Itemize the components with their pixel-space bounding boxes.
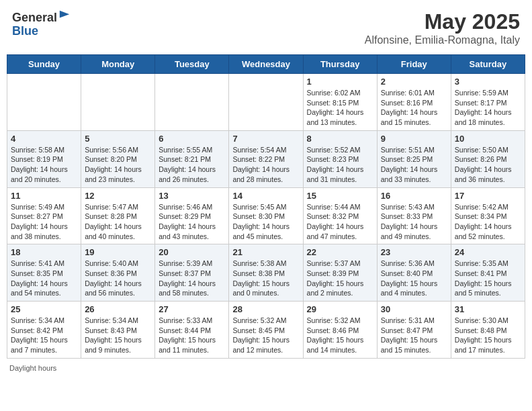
- day-number: 23: [381, 247, 447, 257]
- calendar-table: SundayMondayTuesdayWednesdayThursdayFrid…: [7, 54, 525, 359]
- day-info: Sunrise: 5:34 AMSunset: 8:43 PMDaylight:…: [85, 316, 151, 355]
- calendar-day-cell: [81, 74, 155, 131]
- calendar-day-cell: 1Sunrise: 6:02 AMSunset: 8:15 PMDaylight…: [303, 74, 377, 131]
- calendar-week-row: 4Sunrise: 5:58 AMSunset: 8:19 PMDaylight…: [7, 130, 525, 187]
- day-info: Sunrise: 5:44 AMSunset: 8:32 PMDaylight:…: [307, 202, 373, 242]
- logo-flag-icon: [58, 9, 71, 21]
- day-number: 16: [381, 191, 447, 201]
- day-info: Sunrise: 5:43 AMSunset: 8:33 PMDaylight:…: [381, 202, 447, 242]
- day-info: Sunrise: 5:39 AMSunset: 8:37 PMDaylight:…: [159, 259, 225, 298]
- day-number: 9: [381, 134, 447, 144]
- calendar-day-cell: 19Sunrise: 5:40 AMSunset: 8:36 PMDayligh…: [81, 244, 155, 302]
- calendar-day-header: Tuesday: [155, 55, 229, 74]
- calendar-day-cell: 29Sunrise: 5:32 AMSunset: 8:46 PMDayligh…: [303, 302, 377, 359]
- title-area: May 2025 Alfonsine, Emilia-Romagna, Ital…: [365, 9, 520, 46]
- day-number: 17: [455, 191, 521, 201]
- day-number: 10: [455, 134, 521, 144]
- day-info: Sunrise: 5:41 AMSunset: 8:35 PMDaylight:…: [11, 259, 77, 298]
- calendar-week-row: 18Sunrise: 5:41 AMSunset: 8:35 PMDayligh…: [7, 244, 525, 302]
- day-info: Sunrise: 5:38 AMSunset: 8:38 PMDaylight:…: [232, 259, 299, 298]
- day-info: Sunrise: 5:45 AMSunset: 8:30 PMDaylight:…: [232, 202, 299, 242]
- day-info: Sunrise: 5:52 AMSunset: 8:23 PMDaylight:…: [307, 145, 373, 185]
- day-info: Sunrise: 5:32 AMSunset: 8:45 PMDaylight:…: [232, 316, 299, 355]
- calendar-day-header: Thursday: [303, 55, 377, 74]
- day-info: Sunrise: 5:31 AMSunset: 8:47 PMDaylight:…: [381, 316, 447, 355]
- calendar-day-cell: 7Sunrise: 5:54 AMSunset: 8:22 PMDaylight…: [229, 130, 303, 187]
- month-title: May 2025: [365, 9, 520, 34]
- calendar-day-header: Saturday: [451, 55, 525, 74]
- calendar-day-cell: 17Sunrise: 5:42 AMSunset: 8:34 PMDayligh…: [451, 187, 525, 244]
- calendar-header-row: SundayMondayTuesdayWednesdayThursdayFrid…: [7, 55, 525, 74]
- calendar-day-cell: 25Sunrise: 5:34 AMSunset: 8:42 PMDayligh…: [7, 302, 81, 359]
- calendar-day-cell: 20Sunrise: 5:39 AMSunset: 8:37 PMDayligh…: [155, 244, 229, 302]
- day-info: Sunrise: 5:51 AMSunset: 8:25 PMDaylight:…: [381, 145, 447, 185]
- day-number: 26: [85, 304, 151, 314]
- logo: General Blue: [12, 9, 71, 38]
- calendar-day-cell: 12Sunrise: 5:47 AMSunset: 8:28 PMDayligh…: [81, 187, 155, 244]
- day-number: 8: [307, 134, 373, 144]
- day-info: Sunrise: 5:50 AMSunset: 8:26 PMDaylight:…: [455, 145, 521, 185]
- calendar-day-header: Wednesday: [229, 55, 303, 74]
- day-number: 5: [85, 134, 151, 144]
- day-info: Sunrise: 5:49 AMSunset: 8:27 PMDaylight:…: [11, 202, 77, 242]
- day-number: 19: [85, 247, 151, 257]
- calendar-day-cell: 23Sunrise: 5:36 AMSunset: 8:40 PMDayligh…: [377, 244, 451, 302]
- footer-note: Daylight hours: [7, 363, 525, 373]
- day-number: 21: [232, 247, 299, 257]
- day-info: Sunrise: 6:01 AMSunset: 8:16 PMDaylight:…: [381, 88, 447, 128]
- calendar-day-cell: 11Sunrise: 5:49 AMSunset: 8:27 PMDayligh…: [7, 187, 81, 244]
- day-info: Sunrise: 6:02 AMSunset: 8:15 PMDaylight:…: [307, 88, 373, 128]
- day-number: 7: [232, 134, 299, 144]
- calendar-day-cell: [7, 74, 81, 131]
- day-number: 3: [455, 77, 521, 87]
- logo-blue: Blue: [12, 24, 38, 38]
- calendar-day-header: Monday: [81, 55, 155, 74]
- calendar-day-cell: 13Sunrise: 5:46 AMSunset: 8:29 PMDayligh…: [155, 187, 229, 244]
- calendar-day-cell: 4Sunrise: 5:58 AMSunset: 8:19 PMDaylight…: [7, 130, 81, 187]
- day-info: Sunrise: 5:36 AMSunset: 8:40 PMDaylight:…: [381, 259, 447, 298]
- day-number: 15: [307, 191, 373, 201]
- calendar-day-cell: 30Sunrise: 5:31 AMSunset: 8:47 PMDayligh…: [377, 302, 451, 359]
- day-number: 18: [11, 247, 77, 257]
- day-info: Sunrise: 5:42 AMSunset: 8:34 PMDaylight:…: [455, 202, 521, 242]
- calendar-week-row: 1Sunrise: 6:02 AMSunset: 8:15 PMDaylight…: [7, 74, 525, 131]
- logo-general: General: [12, 11, 57, 24]
- calendar-week-row: 25Sunrise: 5:34 AMSunset: 8:42 PMDayligh…: [7, 302, 525, 359]
- day-number: 6: [159, 134, 225, 144]
- day-number: 22: [307, 247, 373, 257]
- day-info: Sunrise: 5:47 AMSunset: 8:28 PMDaylight:…: [85, 202, 151, 242]
- calendar-day-cell: 2Sunrise: 6:01 AMSunset: 8:16 PMDaylight…: [377, 74, 451, 131]
- calendar-day-cell: 15Sunrise: 5:44 AMSunset: 8:32 PMDayligh…: [303, 187, 377, 244]
- day-number: 20: [159, 247, 225, 257]
- svg-marker-0: [60, 11, 69, 18]
- day-number: 30: [381, 304, 447, 314]
- day-number: 1: [307, 77, 373, 87]
- day-number: 24: [455, 247, 521, 257]
- calendar-week-row: 11Sunrise: 5:49 AMSunset: 8:27 PMDayligh…: [7, 187, 525, 244]
- day-number: 28: [232, 304, 299, 314]
- calendar-day-cell: [155, 74, 229, 131]
- day-info: Sunrise: 5:37 AMSunset: 8:39 PMDaylight:…: [307, 259, 373, 298]
- day-info: Sunrise: 5:58 AMSunset: 8:19 PMDaylight:…: [11, 145, 77, 185]
- calendar-day-cell: 5Sunrise: 5:56 AMSunset: 8:20 PMDaylight…: [81, 130, 155, 187]
- day-info: Sunrise: 5:35 AMSunset: 8:41 PMDaylight:…: [455, 259, 521, 298]
- day-info: Sunrise: 5:33 AMSunset: 8:44 PMDaylight:…: [159, 316, 225, 355]
- day-number: 11: [11, 191, 77, 201]
- day-number: 4: [11, 134, 77, 144]
- calendar-day-cell: 3Sunrise: 5:59 AMSunset: 8:17 PMDaylight…: [451, 74, 525, 131]
- calendar-day-cell: 9Sunrise: 5:51 AMSunset: 8:25 PMDaylight…: [377, 130, 451, 187]
- calendar-day-cell: 8Sunrise: 5:52 AMSunset: 8:23 PMDaylight…: [303, 130, 377, 187]
- calendar-day-cell: 14Sunrise: 5:45 AMSunset: 8:30 PMDayligh…: [229, 187, 303, 244]
- calendar-day-cell: 27Sunrise: 5:33 AMSunset: 8:44 PMDayligh…: [155, 302, 229, 359]
- calendar-day-cell: 18Sunrise: 5:41 AMSunset: 8:35 PMDayligh…: [7, 244, 81, 302]
- day-info: Sunrise: 5:54 AMSunset: 8:22 PMDaylight:…: [232, 145, 299, 185]
- calendar-day-cell: 22Sunrise: 5:37 AMSunset: 8:39 PMDayligh…: [303, 244, 377, 302]
- calendar-day-cell: 31Sunrise: 5:30 AMSunset: 8:48 PMDayligh…: [451, 302, 525, 359]
- day-number: 14: [232, 191, 299, 201]
- day-info: Sunrise: 5:40 AMSunset: 8:36 PMDaylight:…: [85, 259, 151, 298]
- calendar-day-cell: 10Sunrise: 5:50 AMSunset: 8:26 PMDayligh…: [451, 130, 525, 187]
- day-number: 27: [159, 304, 225, 314]
- day-number: 13: [159, 191, 225, 201]
- location-title: Alfonsine, Emilia-Romagna, Italy: [365, 34, 520, 46]
- calendar-day-cell: 16Sunrise: 5:43 AMSunset: 8:33 PMDayligh…: [377, 187, 451, 244]
